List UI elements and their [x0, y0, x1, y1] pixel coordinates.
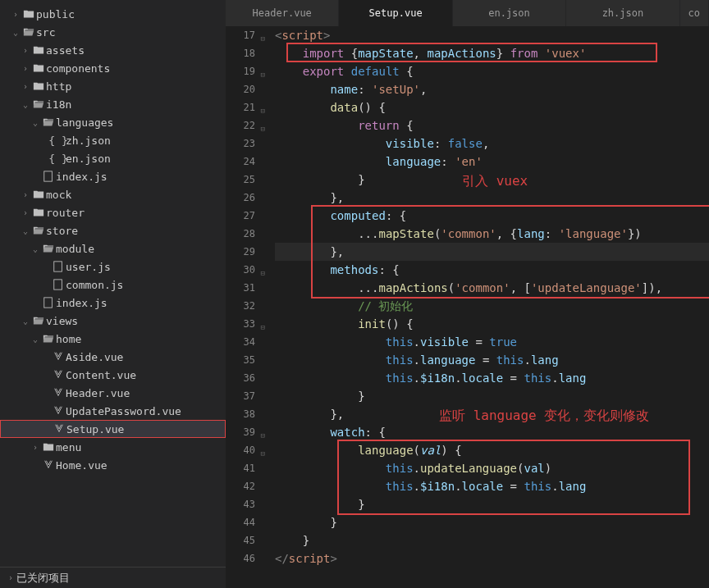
file-item-index.js[interactable]: index.js — [0, 167, 226, 185]
folder-item-components[interactable]: ›components — [0, 59, 226, 77]
code-line[interactable]: this.updateLanguage(val) — [275, 459, 709, 477]
folder-item-assets[interactable]: ›assets — [0, 41, 226, 59]
file-item-zh.json[interactable]: { }zh.json — [0, 131, 226, 149]
folder-item-module[interactable]: ⌄module — [0, 239, 226, 258]
code-line[interactable]: }, — [275, 243, 709, 261]
line-number: 20 — [226, 80, 255, 98]
editor-tab-Setup.vue[interactable]: Setup.vue — [339, 0, 452, 26]
code-line[interactable]: watch: { — [275, 423, 709, 441]
line-number: 41 — [226, 459, 255, 477]
tab-label: en.json — [488, 7, 530, 19]
chevron-right-icon: › — [20, 190, 31, 199]
folder-item-store[interactable]: ⌄store — [0, 221, 226, 239]
js-icon — [51, 261, 66, 272]
file-item-en.json[interactable]: { }en.json — [0, 149, 226, 167]
tab-label: zh.json — [602, 7, 644, 19]
chevron-down-icon: ⌄ — [20, 226, 31, 235]
file-item-user.js[interactable]: user.js — [0, 258, 226, 276]
code-line[interactable]: language: 'en' — [275, 153, 709, 171]
code-line[interactable]: visible: false, — [275, 134, 709, 153]
folder-item-public[interactable]: ›public — [0, 5, 226, 23]
folder-item-src[interactable]: ⌄src — [0, 23, 226, 41]
closed-projects-section[interactable]: › 已关闭项目 — [0, 567, 226, 588]
folder-item-views[interactable]: ⌄views — [0, 312, 226, 330]
line-number: 33⊟ — [226, 315, 255, 333]
line-number: 36 — [226, 369, 255, 387]
code-line[interactable]: }, — [275, 189, 709, 207]
code-line[interactable]: </script> — [275, 549, 709, 567]
code-line[interactable]: name: 'setUp', — [275, 80, 709, 98]
line-number: 18 — [226, 44, 255, 62]
code-line[interactable]: }, — [275, 405, 709, 423]
code-line[interactable]: this.language = this.lang — [275, 351, 709, 369]
line-number: 25 — [226, 171, 255, 189]
file-tree[interactable]: ›public⌄src›assets›components›http⌄i18n⌄… — [0, 0, 226, 567]
line-number: 44 — [226, 513, 255, 531]
code-lines[interactable]: 引入 vuex 监听 language 变化，变化则修改 <script> im… — [265, 26, 709, 588]
editor-tab-zh.json[interactable]: zh.json — [566, 0, 679, 26]
line-number: 34 — [226, 333, 255, 351]
code-line[interactable]: data() { — [275, 98, 709, 116]
code-line[interactable]: import {mapState, mapActions} from 'vuex… — [275, 44, 709, 62]
code-line[interactable]: return { — [275, 116, 709, 134]
code-line[interactable]: language(val) { — [275, 441, 709, 459]
file-item-Setup.vue[interactable]: Setup.vue — [0, 420, 226, 438]
closed-projects-label: 已关闭项目 — [16, 571, 70, 586]
line-number: 42 — [226, 477, 255, 495]
chevron-right-icon: › — [20, 64, 31, 73]
code-line[interactable]: <script> — [275, 26, 709, 44]
code-line[interactable]: // 初始化 — [275, 297, 709, 315]
line-number: 19⊟ — [226, 62, 255, 80]
code-line[interactable]: this.$i18n.locale = this.lang — [275, 369, 709, 387]
code-line[interactable]: init() { — [275, 315, 709, 333]
code-line[interactable]: ...mapActions('common', ['updateLanguage… — [275, 279, 709, 297]
editor-tab-en.json[interactable]: en.json — [453, 0, 566, 26]
code-line[interactable]: methods: { — [275, 261, 709, 279]
code-line[interactable]: this.visible = true — [275, 333, 709, 351]
tree-item-label: index.js — [56, 297, 107, 309]
tree-item-label: Content.vue — [66, 369, 136, 381]
tree-item-label: store — [46, 225, 78, 237]
code-line[interactable]: } — [275, 531, 709, 549]
code-line[interactable]: } — [275, 495, 709, 513]
line-number: 37 — [226, 387, 255, 405]
folder-icon — [31, 225, 46, 236]
folder-item-http[interactable]: ›http — [0, 77, 226, 95]
svg-rect-2 — [54, 280, 62, 289]
folder-item-router[interactable]: ›router — [0, 203, 226, 221]
file-item-Home.vue[interactable]: Home.vue — [0, 456, 226, 474]
tree-item-label: common.js — [66, 279, 123, 291]
code-line[interactable]: } — [275, 171, 709, 189]
file-item-common.js[interactable]: common.js — [0, 276, 226, 294]
folder-icon — [31, 207, 46, 218]
editor-tab-co[interactable]: co — [680, 0, 709, 26]
code-line[interactable]: ...mapState('common', {lang: 'language'}… — [275, 225, 709, 243]
file-item-Content.vue[interactable]: Content.vue — [0, 366, 226, 384]
code-line[interactable]: export default { — [275, 62, 709, 80]
code-line[interactable]: this.$i18n.locale = this.lang — [275, 477, 709, 495]
file-item-index.js[interactable]: index.js — [0, 294, 226, 312]
code-line[interactable]: } — [275, 513, 709, 531]
file-item-UpdatePassword.vue[interactable]: UpdatePassword.vue — [0, 402, 226, 420]
tree-item-label: languages — [56, 116, 113, 129]
folder-item-menu[interactable]: ›menu — [0, 438, 226, 456]
folder-item-languages[interactable]: ⌄languages — [0, 113, 226, 131]
folder-item-mock[interactable]: ›mock — [0, 185, 226, 203]
folder-item-home[interactable]: ⌄home — [0, 330, 226, 348]
tree-item-label: http — [46, 80, 71, 93]
chevron-down-icon: ⌄ — [20, 100, 31, 109]
folder-item-i18n[interactable]: ⌄i18n — [0, 95, 226, 113]
file-item-Aside.vue[interactable]: Aside.vue — [0, 348, 226, 366]
code-line[interactable]: } — [275, 387, 709, 405]
chevron-down-icon: ⌄ — [20, 317, 31, 326]
line-number: 32 — [226, 297, 255, 315]
file-item-Header.vue[interactable]: Header.vue — [0, 384, 226, 402]
svg-rect-0 — [44, 171, 53, 181]
editor-tab-Header.vue[interactable]: Header.vue — [226, 0, 339, 26]
folder-icon — [41, 243, 56, 254]
line-number: 21⊟ — [226, 98, 255, 116]
code-area[interactable]: 17⊟1819⊟2021⊟22⊟2324252627282930⊟313233⊟… — [226, 26, 709, 588]
code-line[interactable]: computed: { — [275, 207, 709, 225]
chevron-down-icon: ⌄ — [10, 28, 21, 37]
ide-root: ›public⌄src›assets›components›http⌄i18n⌄… — [0, 0, 709, 588]
